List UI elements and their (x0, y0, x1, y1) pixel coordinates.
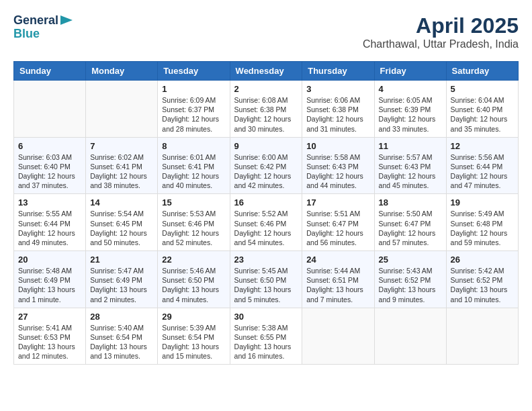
day-number: 16 (234, 197, 298, 208)
page-title: April 2025 (363, 13, 519, 38)
day-info: Daylight: 13 hours and 12 minutes. (18, 342, 81, 361)
day-info: Sunrise: 6:01 AM (162, 152, 225, 162)
day-info: Sunrise: 5:40 AM (90, 323, 153, 332)
calendar-cell: 27Sunrise: 5:41 AMSunset: 6:53 PMDayligh… (14, 308, 86, 365)
calendar-cell: 19Sunrise: 5:49 AMSunset: 6:48 PMDayligh… (446, 194, 518, 251)
calendar-week-row: 13Sunrise: 5:55 AMSunset: 6:44 PMDayligh… (14, 194, 519, 251)
day-info: Daylight: 12 hours and 35 minutes. (451, 114, 514, 133)
calendar-cell: 21Sunrise: 5:47 AMSunset: 6:49 PMDayligh… (86, 251, 158, 308)
day-info: Sunset: 6:41 PM (90, 162, 153, 171)
day-info: Sunrise: 6:09 AM (162, 95, 225, 105)
page-header: General Blue April 2025 Charthawal, Utta… (13, 13, 519, 50)
day-info: Sunset: 6:37 PM (162, 105, 225, 114)
header-sunday: Sunday (14, 62, 86, 81)
day-info: Daylight: 13 hours and 1 minute. (18, 285, 81, 304)
day-number: 3 (306, 84, 369, 94)
day-number: 2 (234, 84, 298, 94)
day-info: Sunrise: 5:49 AM (451, 209, 514, 218)
day-info: Sunset: 6:40 PM (18, 162, 81, 171)
day-number: 8 (162, 141, 225, 151)
day-info: Daylight: 13 hours and 4 minutes. (162, 285, 225, 304)
day-info: Sunset: 6:44 PM (451, 162, 514, 171)
day-number: 10 (306, 141, 369, 151)
calendar-cell: 23Sunrise: 5:45 AMSunset: 6:50 PMDayligh… (230, 251, 302, 308)
day-info: Sunset: 6:46 PM (234, 219, 298, 228)
calendar-cell: 1Sunrise: 6:09 AMSunset: 6:37 PMDaylight… (158, 81, 230, 138)
svg-marker-0 (60, 15, 73, 25)
calendar-cell: 3Sunrise: 6:06 AMSunset: 6:38 PMDaylight… (302, 81, 374, 138)
calendar-cell: 8Sunrise: 6:01 AMSunset: 6:41 PMDaylight… (158, 137, 230, 194)
calendar-cell: 30Sunrise: 5:38 AMSunset: 6:55 PMDayligh… (230, 308, 302, 365)
page-subtitle: Charthawal, Uttar Pradesh, India (363, 38, 519, 50)
day-info: Sunrise: 5:53 AM (162, 209, 225, 218)
header-saturday: Saturday (446, 62, 518, 81)
calendar-week-row: 6Sunrise: 6:03 AMSunset: 6:40 PMDaylight… (14, 137, 519, 194)
logo-text-blue: Blue (13, 27, 40, 42)
logo: General Blue (13, 13, 73, 41)
calendar-cell: 22Sunrise: 5:46 AMSunset: 6:50 PMDayligh… (158, 251, 230, 308)
calendar-cell: 15Sunrise: 5:53 AMSunset: 6:46 PMDayligh… (158, 194, 230, 251)
calendar-cell (14, 81, 86, 138)
day-number: 27 (18, 312, 81, 322)
day-info: Sunrise: 5:57 AM (379, 152, 442, 162)
day-number: 14 (90, 197, 153, 208)
day-info: Sunset: 6:43 PM (379, 162, 442, 171)
day-info: Sunset: 6:41 PM (162, 162, 225, 171)
day-info: Daylight: 12 hours and 28 minutes. (162, 114, 225, 133)
calendar-cell: 26Sunrise: 5:42 AMSunset: 6:52 PMDayligh… (446, 251, 518, 308)
calendar-cell: 9Sunrise: 6:00 AMSunset: 6:42 PMDaylight… (230, 137, 302, 194)
calendar-cell: 4Sunrise: 6:05 AMSunset: 6:39 PMDaylight… (374, 81, 446, 138)
day-info: Daylight: 13 hours and 2 minutes. (90, 285, 153, 304)
day-info: Sunrise: 6:05 AM (379, 95, 442, 105)
day-number: 13 (18, 197, 81, 208)
calendar-cell: 20Sunrise: 5:48 AMSunset: 6:49 PMDayligh… (14, 251, 86, 308)
day-info: Daylight: 13 hours and 13 minutes. (90, 342, 153, 361)
calendar-week-row: 27Sunrise: 5:41 AMSunset: 6:53 PMDayligh… (14, 308, 519, 365)
calendar-cell (302, 308, 374, 365)
calendar-cell (86, 81, 158, 138)
day-info: Daylight: 12 hours and 44 minutes. (306, 171, 369, 190)
header-tuesday: Tuesday (158, 62, 230, 81)
day-number: 23 (234, 255, 298, 265)
calendar-table: SundayMondayTuesdayWednesdayThursdayFrid… (13, 61, 519, 365)
day-info: Daylight: 12 hours and 47 minutes. (451, 171, 514, 190)
day-info: Daylight: 12 hours and 57 minutes. (379, 228, 442, 247)
day-info: Daylight: 12 hours and 52 minutes. (162, 228, 225, 247)
day-number: 11 (379, 141, 442, 151)
day-info: Sunset: 6:53 PM (18, 332, 81, 342)
day-info: Sunrise: 5:50 AM (379, 209, 442, 218)
day-info: Sunrise: 6:06 AM (306, 95, 369, 105)
calendar-cell: 25Sunrise: 5:43 AMSunset: 6:52 PMDayligh… (374, 251, 446, 308)
day-info: Sunset: 6:47 PM (306, 219, 369, 228)
day-info: Sunrise: 5:58 AM (306, 152, 369, 162)
day-number: 18 (379, 197, 442, 208)
calendar-cell: 18Sunrise: 5:50 AMSunset: 6:47 PMDayligh… (374, 194, 446, 251)
day-info: Daylight: 12 hours and 50 minutes. (90, 228, 153, 247)
day-info: Sunset: 6:54 PM (90, 332, 153, 342)
day-info: Daylight: 12 hours and 56 minutes. (306, 228, 369, 247)
calendar-cell: 6Sunrise: 6:03 AMSunset: 6:40 PMDaylight… (14, 137, 86, 194)
day-info: Sunrise: 6:03 AM (18, 152, 81, 162)
day-info: Sunrise: 5:41 AM (18, 323, 81, 332)
day-info: Daylight: 12 hours and 30 minutes. (234, 114, 298, 133)
day-number: 1 (162, 84, 225, 94)
title-block: April 2025 Charthawal, Uttar Pradesh, In… (363, 13, 519, 50)
calendar-cell: 7Sunrise: 6:02 AMSunset: 6:41 PMDaylight… (86, 137, 158, 194)
calendar-cell: 2Sunrise: 6:08 AMSunset: 6:38 PMDaylight… (230, 81, 302, 138)
calendar-cell: 29Sunrise: 5:39 AMSunset: 6:54 PMDayligh… (158, 308, 230, 365)
header-monday: Monday (86, 62, 158, 81)
calendar-cell: 14Sunrise: 5:54 AMSunset: 6:45 PMDayligh… (86, 194, 158, 251)
day-info: Sunset: 6:46 PM (162, 219, 225, 228)
calendar-cell (374, 308, 446, 365)
day-info: Sunrise: 5:47 AM (90, 266, 153, 275)
day-info: Sunset: 6:50 PM (234, 275, 298, 285)
day-number: 7 (90, 141, 153, 151)
logo-arrow-icon (60, 15, 73, 25)
day-info: Sunrise: 5:39 AM (162, 323, 225, 332)
day-info: Sunset: 6:48 PM (451, 219, 514, 228)
day-info: Daylight: 13 hours and 7 minutes. (306, 285, 369, 304)
day-info: Sunset: 6:39 PM (379, 105, 442, 114)
header-wednesday: Wednesday (230, 62, 302, 81)
day-info: Sunrise: 5:56 AM (451, 152, 514, 162)
day-info: Daylight: 12 hours and 38 minutes. (90, 171, 153, 190)
